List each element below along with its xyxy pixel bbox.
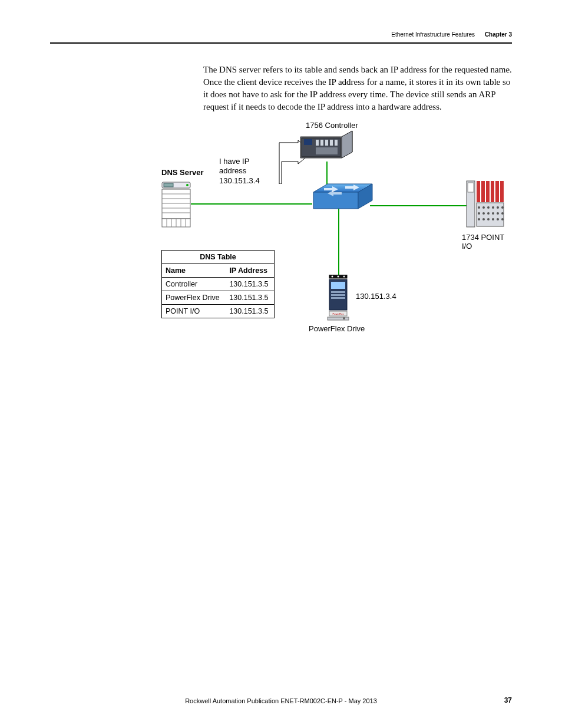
drive-ip-label: 130.151.3.4: [356, 292, 396, 301]
svg-rect-34: [481, 181, 485, 202]
svg-rect-23: [316, 147, 338, 154]
svg-rect-37: [495, 181, 499, 202]
table-row: Controller 130.151.3.5: [162, 278, 275, 291]
svg-point-61: [343, 276, 345, 278]
svg-rect-38: [500, 181, 504, 202]
svg-point-44: [497, 206, 499, 209]
svg-rect-69: [328, 317, 349, 320]
svg-point-46: [478, 212, 480, 215]
svg-point-57: [501, 218, 504, 220]
dns-server-icon: [161, 182, 191, 228]
body-paragraph: The DNS server refers to its table and s…: [203, 64, 513, 113]
callout-box: I have IP address 130.151.3.4: [216, 154, 279, 178]
net-line: [338, 207, 339, 277]
svg-point-48: [487, 212, 490, 215]
svg-point-55: [492, 218, 494, 220]
svg-rect-63: [331, 282, 345, 289]
header-rule: [50, 42, 512, 44]
svg-point-52: [478, 218, 480, 220]
dns-row-ip: 130.151.3.5: [226, 291, 274, 305]
svg-point-42: [487, 206, 490, 209]
dns-table-header-ip: IP Address: [226, 264, 274, 278]
dns-table-title: DNS Table: [162, 251, 275, 264]
controller-label: 1756 Controller: [306, 121, 358, 130]
footer-publication: Rockwell Automation Publication ENET-RM0…: [0, 697, 562, 704]
svg-point-51: [501, 212, 504, 215]
powerflex-drive-icon: PowerFlex: [326, 275, 350, 321]
svg-rect-32: [468, 183, 474, 192]
dns-table: DNS Table Name IP Address Controller 130…: [161, 250, 275, 318]
svg-point-41: [482, 206, 485, 209]
svg-point-40: [478, 206, 480, 209]
svg-point-43: [492, 206, 494, 209]
callout-line1: I have IP address: [219, 157, 276, 176]
switch-icon: [312, 183, 373, 210]
svg-rect-33: [477, 181, 480, 202]
svg-rect-1: [164, 183, 173, 187]
svg-rect-65: [331, 294, 345, 296]
controller-icon: [299, 130, 353, 163]
svg-rect-39: [477, 203, 504, 226]
svg-rect-22: [335, 140, 338, 146]
svg-rect-19: [320, 140, 323, 146]
header-title: Ethernet Infrastructure Features: [391, 31, 475, 38]
svg-point-50: [497, 212, 499, 215]
powerflex-label: PowerFlex Drive: [309, 324, 365, 333]
dns-row-name: Controller: [162, 278, 226, 291]
page-number: 37: [504, 696, 512, 704]
svg-rect-17: [304, 139, 312, 145]
svg-point-59: [332, 276, 333, 278]
table-row: PowerFlex Drive 130.151.3.5: [162, 291, 275, 305]
svg-rect-64: [331, 291, 345, 293]
svg-point-56: [497, 218, 499, 220]
svg-point-49: [492, 212, 494, 215]
callout-line2: 130.151.3.4: [219, 176, 276, 186]
svg-rect-36: [491, 181, 494, 202]
svg-rect-66: [331, 297, 345, 299]
svg-rect-21: [330, 140, 333, 146]
svg-rect-20: [325, 140, 328, 146]
svg-point-54: [487, 218, 490, 220]
svg-point-70: [343, 317, 345, 319]
svg-point-60: [338, 276, 339, 278]
svg-point-47: [482, 212, 485, 215]
svg-rect-18: [316, 140, 319, 146]
dns-row-name: PowerFlex Drive: [162, 291, 226, 305]
table-row: POINT I/O 130.151.3.5: [162, 305, 275, 318]
dns-table-header-name: Name: [162, 264, 226, 278]
network-diagram: I have IP address 130.151.3.4 1756 Contr…: [161, 118, 515, 342]
svg-point-53: [482, 218, 485, 220]
svg-point-45: [501, 206, 504, 209]
svg-rect-35: [486, 181, 490, 202]
pointio-label: 1734 POINT I/O: [462, 233, 515, 251]
net-line: [191, 203, 312, 205]
svg-marker-24: [342, 131, 352, 158]
svg-point-2: [186, 184, 189, 186]
page-header: Ethernet Infrastructure Features Chapter…: [391, 31, 512, 38]
dns-row-ip: 130.151.3.5: [226, 305, 274, 318]
pointio-icon: [466, 180, 505, 228]
dns-server-label: DNS Server: [161, 168, 204, 177]
dns-row-ip: 130.151.3.5: [226, 278, 274, 291]
net-line: [370, 205, 468, 206]
dns-row-name: POINT I/O: [162, 305, 226, 318]
svg-marker-26: [313, 192, 358, 209]
svg-text:PowerFlex: PowerFlex: [333, 312, 344, 315]
header-chapter: Chapter 3: [485, 31, 512, 38]
